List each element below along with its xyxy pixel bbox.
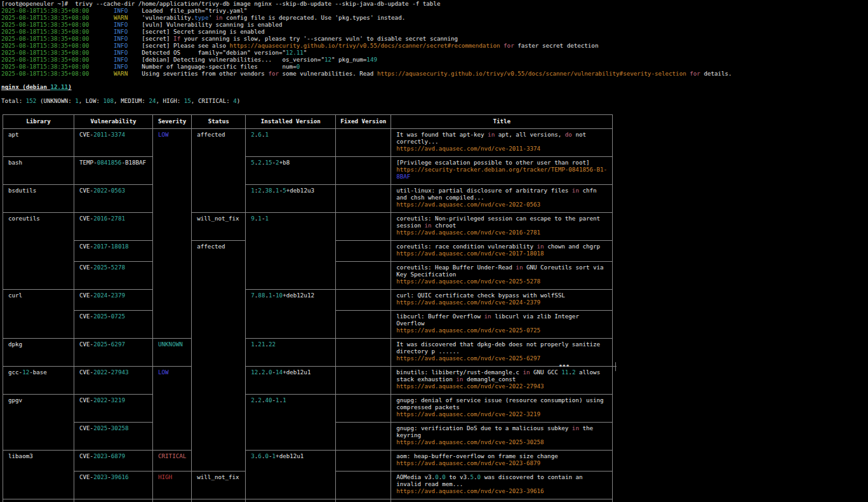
- text-segment: [89, 14, 114, 21]
- text-segment: in: [572, 187, 579, 194]
- fixed-cell: [336, 262, 391, 290]
- text-segment: [89, 63, 114, 70]
- library-cell: coreutils: [3, 213, 74, 290]
- text-segment: 38: [265, 187, 272, 194]
- text-segment: 24: [149, 97, 156, 104]
- url-link[interactable]: https://security-tracker.debian.org/trac…: [396, 166, 607, 173]
- text-segment: CVE-: [79, 341, 93, 348]
- url-link[interactable]: https://avd.aquasec.com/nvd/cve-2016-278…: [396, 229, 540, 236]
- url-link[interactable]: https://avd.aquasec.com/nvd/cve-2024-237…: [396, 299, 540, 306]
- text-segment: gpgv: [8, 397, 22, 404]
- text-segment: do: [565, 131, 572, 138]
- fixed-cell: [336, 339, 391, 367]
- status-cell: [192, 499, 246, 502]
- text-segment: keyring: [396, 431, 421, 438]
- text-segment: apt, all versions,: [495, 131, 565, 138]
- text-segment: -B18BAF: [121, 159, 146, 166]
- url-link[interactable]: https://avd.aquasec.com/nvd/cve-2011-337…: [396, 145, 540, 152]
- text-segment: to v3.: [446, 473, 471, 480]
- url-link[interactable]: https://avd.aquasec.com/nvd/cve-2022-279…: [396, 383, 544, 390]
- text-segment: 2023: [93, 452, 107, 459]
- url-link[interactable]: https://avd.aquasec.com/nvd/cve-2023-687…: [396, 459, 540, 466]
- fixed-cell: [336, 129, 391, 157]
- text-segment: 152: [26, 97, 37, 104]
- title-line: https://avd.aquasec.com/nvd/cve-2011-337…: [396, 146, 607, 153]
- vulnerability-cell: CVE-2025-0725: [74, 311, 153, 339]
- table-row: libaom3CVE-2023-6879CRITICAL3.6.0-1+deb1…: [3, 451, 613, 471]
- text-segment: chroot: [432, 222, 457, 229]
- text-segment: 21: [258, 341, 265, 348]
- text-segment: coreutils: Heap Buffer Under-Read: [396, 264, 516, 271]
- table-row: curlCVE-2024-23797.88.1-10+deb12u12curl:…: [3, 290, 613, 311]
- vulnerability-cell: CVE-2022-0563: [74, 185, 153, 213]
- text-segment: the: [579, 424, 593, 431]
- title-line: https://avd.aquasec.com/nvd/cve-2024-237…: [396, 299, 607, 306]
- title-cell: coreutils: Non-privileged session can es…: [391, 213, 613, 241]
- url-link[interactable]: https://aquasecurity.github.io/trivy/v0.…: [230, 42, 500, 49]
- text-segment: GNU GCC: [530, 369, 561, 376]
- text-segment: 0725: [111, 313, 125, 320]
- text-segment: util-linux: partial disclosure of arbitr…: [396, 187, 572, 194]
- text-segment: and chsh when compiled...: [396, 194, 484, 201]
- text-segment: 12.11: [286, 49, 304, 56]
- url-link[interactable]: https://avd.aquasec.com/nvd/cve-2023-396…: [396, 487, 544, 494]
- text-segment: [89, 28, 114, 35]
- installed-cell: [246, 499, 336, 502]
- severity-cell: LOW: [153, 367, 192, 451]
- url-link[interactable]: https://avd.aquasec.com/nvd/cve-2025-629…: [396, 355, 540, 362]
- fixed-cell: [336, 423, 391, 451]
- text-segment: your scanning is slow, please try '--sca…: [180, 35, 458, 42]
- status-cell: will_not_fix: [192, 471, 246, 499]
- vulnerability-cell: CVE-2011-3374: [74, 129, 153, 157]
- text-segment: 2024: [93, 292, 107, 299]
- text-segment: [secret] Please see also: [128, 42, 229, 49]
- title-line: libcurl: Buffer Overflow in libcurl via …: [396, 313, 607, 320]
- url-link[interactable]: https://avd.aquasec.com/nvd/cve-2017-180…: [396, 250, 544, 257]
- title-line: https://avd.aquasec.com/nvd/cve-2022-056…: [396, 201, 607, 208]
- title-cell: aom: heap-buffer-overflow on frame size …: [391, 451, 613, 471]
- url-link[interactable]: https://aquasecurity.github.io/trivy/v0.…: [377, 70, 686, 77]
- text-segment: details.: [700, 70, 732, 77]
- vulnerability-cell: CVE-2025-30258: [74, 423, 153, 451]
- title-line: https://avd.aquasec.com/nvd/cve-2025-629…: [396, 355, 607, 362]
- text-segment: aom: heap-buffer-overflow on frame size …: [396, 452, 558, 459]
- table-header-row: LibraryVulnerabilitySeverityStatusInstal…: [3, 115, 613, 129]
- installed-cell: 3.6.0-1+deb12u1: [246, 451, 336, 499]
- text-segment: 108: [103, 97, 114, 104]
- text-segment: TEMP-: [79, 159, 97, 166]
- vulnerability-cell: CVE-2022-27943: [74, 367, 153, 395]
- text-segment: It was found that apt-key: [396, 131, 488, 138]
- text-segment: Detected OS family="debian" version=": [128, 49, 286, 56]
- fixed-cell: [336, 395, 391, 423]
- fixed-cell: [336, 367, 391, 395]
- url-link[interactable]: https://avd.aquasec.com/nvd/cve-2025-302…: [396, 438, 544, 445]
- terminal-line: 2025-08-18T15:38:35+08:00 WARN Using sev…: [1, 71, 732, 78]
- text-segment: 6879: [111, 452, 125, 459]
- scan-target-title: nginx (debian 12.11): [1, 84, 732, 91]
- text-segment: WARN: [114, 70, 128, 77]
- text-segment: CVE-: [79, 473, 93, 480]
- url-link[interactable]: https://avd.aquasec.com/nvd/cve-2025-072…: [396, 327, 540, 334]
- text-segment: for: [504, 42, 514, 49]
- text-segment: 2016: [93, 215, 107, 222]
- text-segment: 2022: [93, 369, 107, 376]
- text-segment: 2011: [93, 131, 107, 138]
- text-segment: Overflow: [396, 320, 424, 327]
- text-segment: 39616: [111, 473, 129, 480]
- column-header-vulnerability: Vulnerability: [74, 115, 153, 129]
- library-cell: bsdutils: [3, 185, 74, 213]
- url-link[interactable]: https://avd.aquasec.com/nvd/cve-2025-527…: [396, 278, 540, 285]
- text-segment: 2022: [93, 397, 107, 404]
- table-row: bsdutilsCVE-2022-05631:2.38.1-5+deb12u3u…: [3, 185, 613, 213]
- text-segment: 149: [366, 56, 377, 63]
- url-link[interactable]: https://avd.aquasec.com/nvd/cve-2022-056…: [396, 201, 540, 208]
- text-segment: 0563: [111, 187, 125, 194]
- url-link[interactable]: https://avd.aquasec.com/nvd/cve-2022-321…: [396, 410, 540, 417]
- severity-cell: [153, 499, 192, 502]
- text-segment: GNU Coreutils sort via: [523, 264, 603, 271]
- text-segment: stack exhaustion: [396, 376, 456, 383]
- terminal-output: [root@openeuler ~]# trivy --cache-dir /h…: [1, 1, 732, 105]
- severity-cell: LOW: [153, 129, 192, 339]
- text-segment: affected: [197, 131, 225, 138]
- text-segment: [secret] Secret scanning is enabled: [128, 28, 265, 35]
